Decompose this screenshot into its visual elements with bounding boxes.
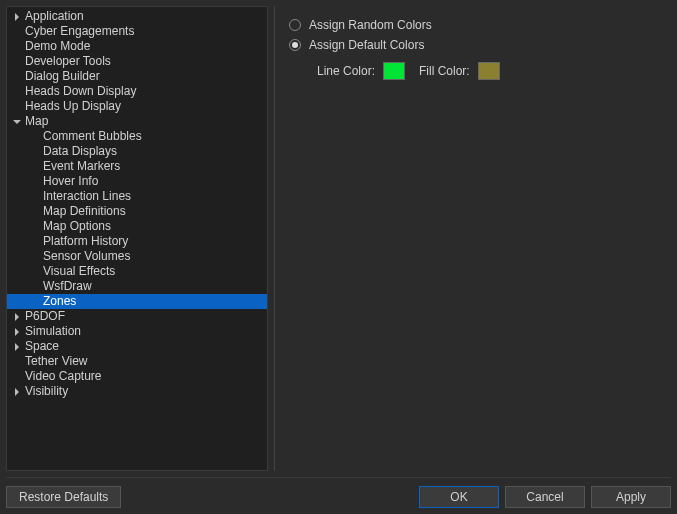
tree-item-label: Hover Info <box>41 174 98 189</box>
radio-icon <box>289 19 301 31</box>
tree-item-label: Data Displays <box>41 144 117 159</box>
tree-item[interactable]: Demo Mode <box>7 39 267 54</box>
tree-item-label: Map Definitions <box>41 204 126 219</box>
tree-item[interactable]: Zones <box>7 294 267 309</box>
tree-item[interactable]: Dialog Builder <box>7 69 267 84</box>
tree-item-label: Visibility <box>23 384 68 399</box>
radio-assign-default[interactable]: Assign Default Colors <box>289 38 657 52</box>
radio-label: Assign Default Colors <box>309 38 424 52</box>
tree-item-label: Platform History <box>41 234 128 249</box>
tree-item-label: Map Options <box>41 219 111 234</box>
tree-item[interactable]: Heads Down Display <box>7 84 267 99</box>
tree-item[interactable]: Video Capture <box>7 369 267 384</box>
tree-item-label: Zones <box>41 294 76 309</box>
category-tree[interactable]: ApplicationCyber EngagementsDemo ModeDev… <box>6 6 268 471</box>
tree-item-label: Cyber Engagements <box>23 24 134 39</box>
tree-item-label: Video Capture <box>23 369 102 384</box>
tree-item[interactable]: Map Definitions <box>7 204 267 219</box>
tree-item-label: Demo Mode <box>23 39 90 54</box>
main-area: ApplicationCyber EngagementsDemo ModeDev… <box>6 6 671 471</box>
tree-item-label: Dialog Builder <box>23 69 100 84</box>
dialog-footer: Restore Defaults OK Cancel Apply <box>6 477 671 508</box>
tree-item-label: WsfDraw <box>41 279 92 294</box>
tree-item[interactable]: Visibility <box>7 384 267 399</box>
tree-item[interactable]: Visual Effects <box>7 264 267 279</box>
tree-item-label: Map <box>23 114 48 129</box>
tree-item-label: Heads Up Display <box>23 99 121 114</box>
tree-item-label: Simulation <box>23 324 81 339</box>
color-row: Line Color: Fill Color: <box>289 62 657 80</box>
fill-color-swatch[interactable] <box>478 62 500 80</box>
tree-item[interactable]: Data Displays <box>7 144 267 159</box>
tree-item[interactable]: Comment Bubbles <box>7 129 267 144</box>
tree-item[interactable]: Sensor Volumes <box>7 249 267 264</box>
tree-item[interactable]: Simulation <box>7 324 267 339</box>
chevron-right-icon[interactable] <box>13 388 23 396</box>
chevron-right-icon[interactable] <box>13 328 23 336</box>
tree-item[interactable]: WsfDraw <box>7 279 267 294</box>
line-color-label: Line Color: <box>317 64 375 78</box>
line-color-swatch[interactable] <box>383 62 405 80</box>
tree-item[interactable]: Map Options <box>7 219 267 234</box>
radio-assign-random[interactable]: Assign Random Colors <box>289 18 657 32</box>
tree-item[interactable]: Cyber Engagements <box>7 24 267 39</box>
tree-item[interactable]: Developer Tools <box>7 54 267 69</box>
tree-item-label: Event Markers <box>41 159 120 174</box>
radio-label: Assign Random Colors <box>309 18 432 32</box>
tree-item[interactable]: Space <box>7 339 267 354</box>
apply-button[interactable]: Apply <box>591 486 671 508</box>
tree-item-label: Heads Down Display <box>23 84 136 99</box>
cancel-button[interactable]: Cancel <box>505 486 585 508</box>
fill-color-label: Fill Color: <box>419 64 470 78</box>
tree-item-label: Application <box>23 9 84 24</box>
tree-item[interactable]: Event Markers <box>7 159 267 174</box>
tree-item[interactable]: Application <box>7 9 267 24</box>
chevron-right-icon[interactable] <box>13 13 23 21</box>
tree-item-label: Tether View <box>23 354 87 369</box>
tree-item[interactable]: Interaction Lines <box>7 189 267 204</box>
restore-defaults-button[interactable]: Restore Defaults <box>6 486 121 508</box>
settings-panel: Assign Random Colors Assign Default Colo… <box>274 6 671 471</box>
tree-item-label: Visual Effects <box>41 264 115 279</box>
tree-item-label: P6DOF <box>23 309 65 324</box>
tree-item[interactable]: P6DOF <box>7 309 267 324</box>
tree-item[interactable]: Hover Info <box>7 174 267 189</box>
tree-item-label: Space <box>23 339 59 354</box>
tree-item[interactable]: Tether View <box>7 354 267 369</box>
chevron-right-icon[interactable] <box>13 313 23 321</box>
preferences-dialog: ApplicationCyber EngagementsDemo ModeDev… <box>0 0 677 514</box>
tree-item[interactable]: Map <box>7 114 267 129</box>
chevron-right-icon[interactable] <box>13 343 23 351</box>
tree-item[interactable]: Platform History <box>7 234 267 249</box>
tree-item-label: Comment Bubbles <box>41 129 142 144</box>
chevron-down-icon[interactable] <box>13 118 23 126</box>
tree-item-label: Interaction Lines <box>41 189 131 204</box>
tree-item-label: Sensor Volumes <box>41 249 130 264</box>
ok-button[interactable]: OK <box>419 486 499 508</box>
radio-icon <box>289 39 301 51</box>
tree-item-label: Developer Tools <box>23 54 111 69</box>
tree-item[interactable]: Heads Up Display <box>7 99 267 114</box>
